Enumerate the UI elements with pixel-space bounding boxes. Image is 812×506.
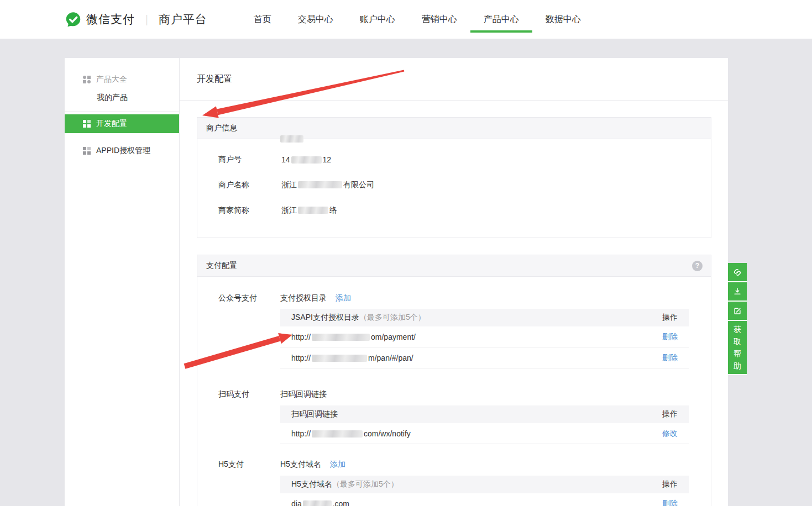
main-nav: 首页 交易中心 账户中心 营销中心 产品中心 数据中心 <box>240 0 594 39</box>
wechat-pay-logo[interactable]: 微信支付 ｜ 商户平台 <box>65 11 207 28</box>
merchant-id-value: 1412 <box>281 155 331 164</box>
download-button[interactable] <box>728 282 747 301</box>
table-title: H5支付域名 <box>291 479 332 489</box>
table-header: JSAPI支付授权目录 （最多可添加5个） 操作 <box>280 309 689 326</box>
censored-text <box>312 334 370 341</box>
table-title: 扫码回调链接 <box>291 409 338 419</box>
table-row: http://m/pan/#/pan/ 删除 <box>280 347 689 368</box>
section-label: 公众号支付 <box>218 292 280 303</box>
payment-config-panel: 支付配置 ? 公众号支付 支付授权目录 添加 JSAPI支付授权目录 （最多可添… <box>197 255 711 506</box>
sidebar-item-product-catalog[interactable]: 产品大全 <box>65 71 179 88</box>
logo-divider: ｜ <box>142 12 152 27</box>
delete-link[interactable]: 删除 <box>662 353 678 363</box>
sidebar-item-dev-config[interactable]: 开发配置 <box>65 114 179 133</box>
wechat-pay-icon <box>65 11 82 28</box>
table-header: H5支付域名 （最多可添加5个） 操作 <box>280 476 689 493</box>
censored-text <box>312 355 367 362</box>
action-column-header: 操作 <box>662 409 678 419</box>
url-value: http://m/pan/#/pan/ <box>291 354 413 362</box>
native-callback-table: 扫码回调链接 操作 http://com/wx/notify 修改 <box>280 405 689 444</box>
table-limit-note: （最多可添加5个） <box>359 313 426 323</box>
sidebar-item-label: 产品大全 <box>96 75 127 85</box>
merchant-id-row: 商户号 1412 <box>197 147 711 172</box>
download-icon <box>732 287 742 297</box>
edit-icon <box>732 306 742 316</box>
jsapi-section-row: 公众号支付 支付授权目录 添加 <box>197 292 711 303</box>
field-label: 商户号 <box>218 155 281 165</box>
page-header: 开发配置 <box>180 58 728 101</box>
field-label: 商户名称 <box>218 180 281 190</box>
merchant-name-row: 商户名称 浙江有限公司 <box>197 172 711 198</box>
grid-icon <box>83 120 91 128</box>
sidebar-item-appid-auth[interactable]: APPID授权管理 <box>65 142 179 159</box>
modify-link[interactable]: 修改 <box>662 429 678 439</box>
nav-trade-center[interactable]: 交易中心 <box>285 0 347 39</box>
sidebar: 产品大全 我的产品 开发配置 APPID授权管理 <box>65 58 180 506</box>
get-help-label: 获取帮助 <box>734 323 742 372</box>
nav-data-center[interactable]: 数据中心 <box>532 0 594 39</box>
censored-text <box>298 207 328 214</box>
native-section-row: 扫码支付 扫码回调链接 <box>197 388 711 399</box>
url-value: http://om/payment/ <box>291 333 416 341</box>
floating-toolbar: 获取帮助 <box>728 263 747 375</box>
content-area: 开发配置 商户信息 商户号 1412 商户名称 浙江有限公司 商家简称 浙江络 <box>180 58 728 506</box>
main-card: 产品大全 我的产品 开发配置 APPID授权管理 开发配置 商户信息 <box>65 58 728 506</box>
add-directory-link[interactable]: 添加 <box>336 292 351 303</box>
merchant-shortname-value: 浙江络 <box>281 205 337 215</box>
platform-name: 商户平台 <box>159 12 207 27</box>
section-label: 扫码支付 <box>218 388 280 399</box>
table-title: JSAPI支付授权目录 <box>291 313 359 323</box>
nav-home[interactable]: 首页 <box>240 0 285 39</box>
brand-name: 微信支付 <box>86 12 135 27</box>
help-icon[interactable]: ? <box>692 261 703 271</box>
nav-account-center[interactable]: 账户中心 <box>347 0 408 39</box>
censored-blob <box>280 135 303 143</box>
sidebar-item-my-products[interactable]: 我的产品 <box>65 89 179 106</box>
merchant-name-value: 浙江有限公司 <box>281 180 374 190</box>
h5-section-row: H5支付 H5支付域名 添加 <box>197 458 711 470</box>
grid-icon <box>83 76 91 83</box>
table-header: 扫码回调链接 操作 <box>280 405 689 423</box>
censored-text <box>303 500 332 506</box>
jsapi-directory-table: JSAPI支付授权目录 （最多可添加5个） 操作 http://om/payme… <box>280 309 689 368</box>
h5-domain-table: H5支付域名 （最多可添加5个） 操作 dia.com 删除 <box>280 476 689 506</box>
action-column-header: 操作 <box>662 313 678 323</box>
nav-marketing-center[interactable]: 营销中心 <box>408 0 470 39</box>
sidebar-item-label: APPID授权管理 <box>96 146 150 156</box>
url-value: http://com/wx/notify <box>291 429 411 438</box>
panel-title: 商户信息 <box>206 123 237 133</box>
section-label: H5支付 <box>218 458 280 470</box>
payment-config-body: 公众号支付 支付授权目录 添加 JSAPI支付授权目录 （最多可添加5个） 操作… <box>197 292 711 506</box>
delete-link[interactable]: 删除 <box>662 332 678 342</box>
table-row: dia.com 删除 <box>280 493 689 506</box>
field-label: 商家简称 <box>218 205 281 215</box>
top-bar: 微信支付 ｜ 商户平台 首页 交易中心 账户中心 营销中心 产品中心 数据中心 <box>0 0 812 39</box>
censored-text <box>298 181 342 188</box>
nav-product-center[interactable]: 产品中心 <box>470 0 532 39</box>
get-help-button[interactable]: 获取帮助 <box>728 321 747 374</box>
merchant-info-body: 商户号 1412 商户名称 浙江有限公司 商家简称 浙江络 <box>197 139 711 238</box>
merchant-info-panel: 商户信息 商户号 1412 商户名称 浙江有限公司 商家简称 浙江络 <box>197 117 711 238</box>
add-domain-link[interactable]: 添加 <box>330 458 345 470</box>
table-limit-note: （最多可添加5个） <box>332 479 399 489</box>
censored-text <box>312 430 363 438</box>
table-row: http://om/payment/ 删除 <box>280 326 689 347</box>
sidebar-item-label: 我的产品 <box>97 93 128 103</box>
action-column-header: 操作 <box>662 479 678 489</box>
feedback-button[interactable] <box>728 302 747 320</box>
sidebar-divider <box>65 111 179 112</box>
delete-link[interactable]: 删除 <box>662 499 678 506</box>
share-link-button[interactable] <box>728 263 747 281</box>
sidebar-item-label: 开发配置 <box>96 119 127 129</box>
payment-config-header: 支付配置 ? <box>197 255 711 277</box>
table-row: http://com/wx/notify 修改 <box>280 423 689 444</box>
domain-value: dia.com <box>291 499 349 506</box>
page-title: 开发配置 <box>197 73 232 85</box>
grid-icon <box>83 147 91 155</box>
merchant-shortname-row: 商家简称 浙江络 <box>197 198 711 223</box>
censored-text <box>291 156 322 164</box>
link-icon <box>732 267 742 277</box>
field-label: 支付授权目录 <box>280 292 327 303</box>
field-label: H5支付域名 <box>280 458 321 470</box>
field-label: 扫码回调链接 <box>280 388 327 399</box>
